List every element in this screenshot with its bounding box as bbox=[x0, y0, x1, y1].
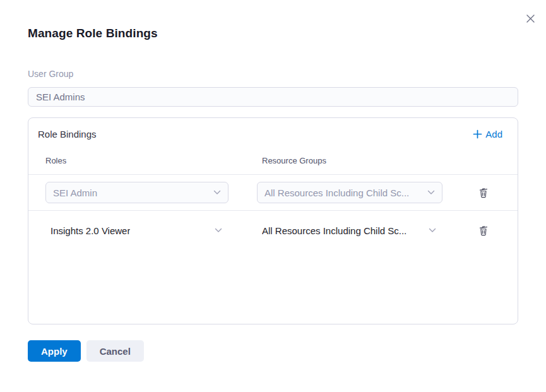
cancel-button[interactable]: Cancel bbox=[86, 340, 144, 362]
modal-content: Manage Role Bindings User Group Role Bin… bbox=[0, 27, 546, 362]
role-bindings-panel: Role Bindings Add Roles Resource Groups … bbox=[28, 117, 518, 324]
modal-footer: Apply Cancel bbox=[28, 340, 518, 362]
add-button-label: Add bbox=[485, 129, 502, 140]
role-cell: SEI Admin bbox=[45, 182, 257, 203]
resource-group-select-value: All Resources Including Child Sc... bbox=[262, 225, 407, 236]
user-group-label: User Group bbox=[28, 69, 518, 79]
chevron-down-icon bbox=[215, 228, 222, 233]
user-group-input[interactable] bbox=[28, 87, 518, 107]
delete-row-button[interactable] bbox=[475, 184, 492, 201]
role-select-value: Insights 2.0 Viewer bbox=[50, 225, 130, 236]
add-role-binding-button[interactable]: Add bbox=[468, 128, 507, 141]
chevron-down-icon bbox=[427, 190, 435, 195]
resource-group-select-value: All Resources Including Child Sc... bbox=[264, 187, 409, 198]
role-bindings-heading: Role Bindings bbox=[38, 129, 97, 140]
resource-group-cell: All Resources Including Child Sc... bbox=[257, 220, 442, 241]
column-header-resource-groups: Resource Groups bbox=[257, 156, 442, 165]
role-binding-row: Insights 2.0 Viewer All Resources Includ… bbox=[28, 211, 518, 250]
role-cell: Insights 2.0 Viewer bbox=[45, 220, 257, 241]
chevron-down-icon bbox=[429, 228, 436, 233]
role-select-value: SEI Admin bbox=[53, 187, 97, 198]
resource-group-select[interactable]: All Resources Including Child Sc... bbox=[257, 182, 442, 203]
apply-button[interactable]: Apply bbox=[28, 340, 81, 362]
close-button[interactable] bbox=[523, 11, 537, 25]
role-select[interactable]: Insights 2.0 Viewer bbox=[45, 220, 228, 241]
delete-row-button[interactable] bbox=[475, 222, 492, 239]
role-bindings-header: Role Bindings Add bbox=[28, 118, 518, 141]
trash-icon bbox=[478, 187, 489, 199]
modal-title: Manage Role Bindings bbox=[28, 27, 518, 40]
chevron-down-icon bbox=[213, 190, 221, 195]
column-header-roles: Roles bbox=[45, 156, 257, 165]
role-select[interactable]: SEI Admin bbox=[45, 182, 228, 203]
trash-icon bbox=[478, 225, 489, 237]
table-column-headers: Roles Resource Groups bbox=[28, 141, 518, 175]
resource-group-cell: All Resources Including Child Sc... bbox=[257, 182, 442, 203]
plus-icon bbox=[473, 129, 482, 139]
resource-group-select[interactable]: All Resources Including Child Sc... bbox=[257, 220, 442, 241]
close-icon bbox=[525, 13, 537, 25]
role-binding-row: SEI Admin All Resources Including Child … bbox=[28, 175, 518, 211]
